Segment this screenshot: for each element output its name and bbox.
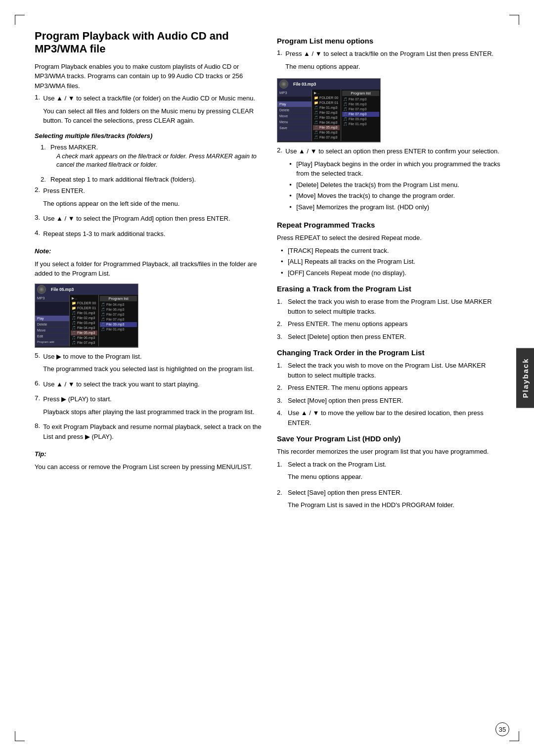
step1-sub: You can select all files and folders on …: [43, 106, 262, 126]
bullet-4: [Save] Memorizes the program list. (HDD …: [289, 202, 504, 212]
selecting-steps: Press MARKER. A check mark appears on th…: [35, 142, 262, 184]
save-step-2: Select [Save] option then press ENTER. T…: [277, 488, 504, 513]
repeat-intro: Press REPEAT to select the desired Repea…: [277, 233, 504, 243]
selecting-heading: Selecting multiple files/tracks (folders…: [35, 131, 262, 141]
program-list-bullets: [Play] Playback begins in the order in w…: [285, 159, 504, 212]
erase-title: Erasing a Track from the Program List: [277, 284, 504, 293]
screen-mockup-1: File 05.mp3 MP3 Play Delete Move Edit Pr…: [35, 284, 138, 348]
step-8: 8. To exit Program Playback and resume n…: [35, 422, 262, 444]
step-7: 7. Press ▶ (PLAY) to start. Playback sto…: [35, 394, 262, 420]
left-column: Program Playback with Audio CD and MP3/W…: [35, 30, 262, 726]
note-text: If you select a folder for Programmed Pl…: [35, 259, 262, 279]
bullet-1: [Play] Playback begins in the order in w…: [289, 159, 504, 179]
change-step-1: Select the track you wish to move on the…: [277, 361, 504, 380]
change-step-2: Press ENTER. The menu options appears: [277, 383, 504, 393]
main-title: Program Playback with Audio CD and MP3/W…: [35, 30, 262, 56]
tip-label: Tip:: [35, 450, 46, 458]
step-1: 1. Use ▲ / ▼ to select a track/file (or …: [35, 94, 262, 129]
erase-step-2: Press ENTER. The menu options appears: [277, 319, 504, 329]
right-step-1: 1. Press ▲ / ▼ to select a track/file on…: [277, 49, 504, 74]
page-container: Program Playback with Audio CD and MP3/W…: [0, 0, 534, 756]
step1-text: Use ▲ / ▼ to select a track/file (or fol…: [43, 94, 262, 103]
step-2: 2. Press ENTER. The options appear on th…: [35, 186, 262, 211]
bullet-2: [Delete] Deletes the track(s) from the P…: [289, 180, 504, 190]
intro-text: Program Playback enables you to make cus…: [35, 62, 262, 91]
repeat-bullet-2: [ALL] Repeats all tracks on the Program …: [281, 257, 504, 267]
repeat-bullets: [TRACK] Repeats the current track. [ALL]…: [277, 246, 504, 278]
save-title: Save Your Program List (HDD only): [277, 434, 504, 443]
step-3: 3. Use ▲ / ▼ to select the [Program Add]…: [35, 214, 262, 227]
screen-mockup-2: File 03.mp3 MP3 Play Delete Move Menu Sa…: [277, 78, 381, 142]
change-step-3: Select [Move] option then press ENTER.: [277, 396, 504, 406]
note-label: Note:: [35, 247, 51, 255]
note-box: Note: If you select a folder for Program…: [35, 246, 262, 279]
repeat-title: Repeat Programmed Tracks: [277, 221, 504, 229]
save-steps: Select a track on the Program List. The …: [277, 460, 504, 513]
right-column: Program List menu options 1. Press ▲ / ▼…: [277, 30, 504, 726]
change-title: Changing Track Order in the Program List: [277, 348, 504, 357]
step4-text: Repeat steps 1-3 to mark additional trac…: [43, 229, 165, 239]
erase-step-3: Select [Delete] option then press ENTER.: [277, 332, 504, 342]
step-6: 6. Use ▲ / ▼ to select the track you wan…: [35, 379, 262, 392]
repeat-bullet-1: [TRACK] Repeats the current track.: [281, 246, 504, 256]
program-list-title: Program List menu options: [277, 37, 504, 45]
save-step-1: Select a track on the Program List. The …: [277, 460, 504, 485]
erase-step-1: Select the track you wish to erase from …: [277, 297, 504, 316]
cd-icon-1: [37, 285, 46, 294]
selecting-step-2: Repeat step 1 to mark additional file/tr…: [41, 175, 262, 185]
change-step-4: Use ▲ / ▼ to move the yellow bar to the …: [277, 408, 504, 427]
erase-steps: Select the track you wish to erase from …: [277, 297, 504, 341]
change-steps: Select the track you wish to move on the…: [277, 361, 504, 427]
tip-text: You can access or remove the Program Lis…: [35, 462, 262, 472]
selecting-step-1: Press MARKER. A check mark appears on th…: [41, 142, 262, 173]
right-step-2: 2. Use ▲ / ▼ to select an option then pr…: [277, 146, 504, 214]
cd-icon-2: [279, 80, 288, 89]
save-intro: This recorder memorizes the user program…: [277, 447, 504, 457]
step-4: 4. Repeat steps 1-3 to mark additional t…: [35, 229, 262, 242]
bullet-3: [Move] Moves the track(s) to change the …: [289, 191, 504, 201]
step-5: 5. Use ▶ to move to the Program list. Th…: [35, 352, 262, 377]
content-area: Program Playback with Audio CD and MP3/W…: [35, 30, 504, 726]
tip-box: Tip: You can access or remove the Progra…: [35, 449, 262, 472]
step3-text: Use ▲ / ▼ to select the [Program Add] op…: [43, 214, 230, 224]
repeat-bullet-3: [OFF] Cancels Repeat mode (no display).: [281, 268, 504, 278]
